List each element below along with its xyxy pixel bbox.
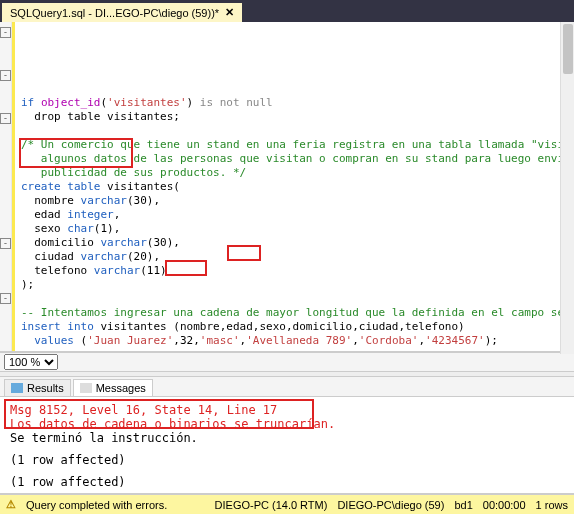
msg-line: Se terminó la instrucción. — [10, 431, 564, 445]
fold-icon[interactable]: - — [0, 27, 11, 38]
code-area[interactable]: if object_id('visitantes') is not null d… — [12, 22, 574, 351]
vertical-scrollbar[interactable] — [560, 22, 574, 354]
status-user: DIEGO-PC\diego (59) — [337, 499, 444, 511]
error-line: Los datos de cadena o binarios se trunca… — [10, 417, 564, 431]
zoom-select[interactable]: 100 % — [4, 354, 58, 370]
tab-results[interactable]: Results — [4, 379, 71, 396]
tab-bar: SQLQuery1.sql - DI...EGO-PC\diego (59))*… — [0, 0, 574, 22]
status-rows: 1 rows — [536, 499, 568, 511]
tab-label: Messages — [96, 382, 146, 394]
msg-line: (1 row affected) — [10, 475, 564, 489]
msg-line: (1 row affected) — [10, 453, 564, 467]
messages-panel[interactable]: Msg 8152, Level 16, State 14, Line 17 Lo… — [0, 397, 574, 493]
fold-icon[interactable]: - — [0, 238, 11, 249]
close-icon[interactable]: ✕ — [225, 6, 234, 19]
fold-gutter: - - - - - — [0, 22, 12, 351]
editor-zoom-bar: 100 % — [0, 352, 574, 371]
fold-icon[interactable]: - — [0, 293, 11, 304]
warning-icon: ⚠ — [6, 498, 16, 511]
tab-messages[interactable]: Messages — [73, 379, 153, 396]
status-bar: ⚠ Query completed with errors. DIEGO-PC … — [0, 494, 574, 514]
status-db: bd1 — [454, 499, 472, 511]
error-line: Msg 8152, Level 16, State 14, Line 17 — [10, 403, 564, 417]
tab-title: SQLQuery1.sql - DI...EGO-PC\diego (59))* — [10, 7, 219, 19]
status-text: Query completed with errors. — [26, 499, 167, 511]
tab-label: Results — [27, 382, 64, 394]
fold-icon[interactable]: - — [0, 113, 11, 124]
message-icon — [80, 383, 92, 393]
sql-editor[interactable]: - - - - - if object_id('visitantes') is … — [0, 22, 574, 352]
status-time: 00:00:00 — [483, 499, 526, 511]
fold-icon[interactable]: - — [0, 70, 11, 81]
results-tab-bar: Results Messages — [0, 377, 574, 397]
file-tab[interactable]: SQLQuery1.sql - DI...EGO-PC\diego (59))*… — [2, 3, 242, 22]
status-server: DIEGO-PC (14.0 RTM) — [215, 499, 328, 511]
grid-icon — [11, 383, 23, 393]
scroll-thumb[interactable] — [563, 24, 573, 74]
